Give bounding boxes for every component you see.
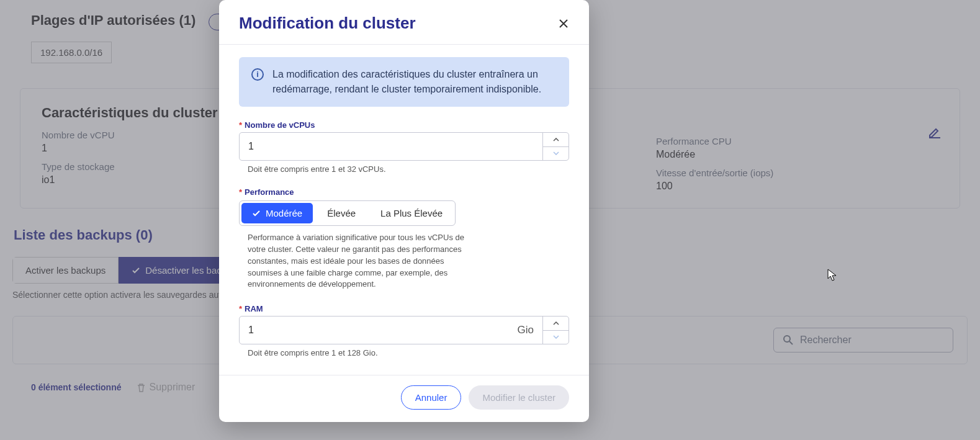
ram-increment[interactable]	[543, 317, 569, 330]
vcpu-decrement[interactable]	[543, 146, 569, 161]
vcpu-input[interactable]: 1	[240, 133, 542, 160]
cancel-button[interactable]: Annuler	[401, 385, 462, 410]
performance-option-highest[interactable]: La Plus Élevée	[368, 201, 455, 225]
ram-unit: Gio	[518, 324, 542, 336]
performance-option-moderate[interactable]: Modérée	[241, 203, 313, 223]
ram-hint: Doit être compris entre 1 et 128 Gio.	[248, 348, 569, 357]
ram-field-label: *RAM	[239, 304, 569, 313]
submit-button: Modifier le cluster	[469, 385, 569, 410]
ram-decrement[interactable]	[543, 330, 569, 344]
alert-text: La modification des caractéristiques du …	[272, 67, 557, 97]
vcpu-hint: Doit être compris entre 1 et 32 vCPUs.	[248, 164, 569, 174]
performance-field-label: *Performance	[239, 187, 569, 197]
performance-option-high[interactable]: Élevée	[315, 201, 368, 225]
vcpu-field-label: *Nombre de vCPUs	[239, 120, 569, 130]
edit-cluster-modal: Modification du cluster i La modificatio…	[219, 0, 589, 422]
check-icon	[252, 209, 261, 218]
info-icon: i	[251, 68, 264, 81]
performance-segmented: Modérée Élevée La Plus Élevée	[239, 200, 456, 226]
modal-title: Modification du cluster	[239, 14, 416, 33]
vcpu-increment[interactable]	[543, 133, 569, 146]
ram-input[interactable]: 1	[240, 317, 518, 344]
info-alert: i La modification des caractéristiques d…	[239, 57, 569, 107]
close-icon[interactable]	[558, 18, 569, 29]
performance-description: Performance à variation significative po…	[248, 232, 471, 290]
